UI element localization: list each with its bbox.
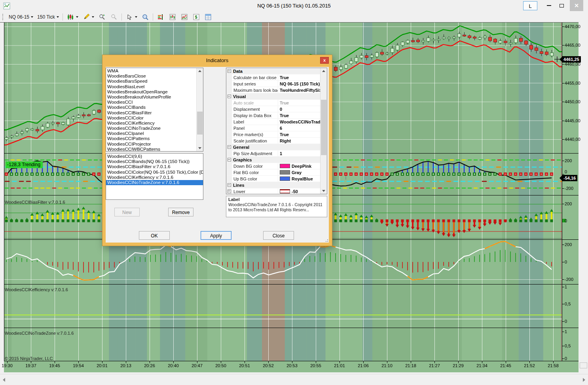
panel-scale-tick: 0 bbox=[565, 356, 567, 361]
draw-button[interactable] bbox=[80, 12, 96, 22]
expand-glyph[interactable]: + bbox=[228, 190, 231, 193]
collapse-glyph[interactable]: − bbox=[228, 183, 231, 187]
time-axis-tick: 20:52 bbox=[260, 363, 277, 368]
ok-button[interactable]: OK bbox=[139, 231, 170, 240]
data-grid-icon bbox=[204, 13, 212, 21]
new-button[interactable]: New bbox=[114, 208, 140, 216]
link-button[interactable]: L bbox=[523, 1, 537, 10]
available-indicator-item[interactable]: WoodiesCCIProjector bbox=[106, 142, 197, 147]
property-category[interactable]: −Data bbox=[226, 68, 321, 74]
property-margin bbox=[226, 125, 232, 131]
property-row[interactable]: Price marker(s)True bbox=[226, 131, 321, 138]
instrument-selector[interactable]: NQ 06-15 bbox=[7, 13, 35, 21]
available-indicator-item[interactable]: WoodiesBiasLevel bbox=[106, 84, 197, 89]
available-indicator-item[interactable]: WoodiesCCIKefficiency bbox=[106, 121, 197, 126]
chart-zoom-button[interactable] bbox=[139, 12, 151, 22]
zoom-in-button[interactable]: + bbox=[96, 12, 108, 22]
collapse-glyph[interactable]: − bbox=[228, 158, 231, 161]
property-value-text: TwoHundredFiftySix bbox=[280, 88, 321, 93]
property-name: Panel bbox=[232, 125, 278, 131]
horizontal-scrollbar[interactable] bbox=[0, 374, 588, 385]
available-indicator-item[interactable]: WoodiesBreakoutVolumeProfile bbox=[106, 95, 197, 100]
property-category[interactable]: −Graphics bbox=[226, 157, 321, 163]
property-row[interactable]: Flat BG colorGray bbox=[226, 169, 321, 176]
property-row[interactable]: Calculate on bar closeTrue bbox=[226, 74, 321, 81]
chart-properties-button[interactable] bbox=[167, 12, 178, 22]
available-indicator-item[interactable]: WoodiesCCINoTradeZone bbox=[106, 126, 197, 131]
property-grid-scrollbar[interactable] bbox=[320, 68, 327, 194]
scroll-down-icon[interactable] bbox=[321, 188, 327, 194]
available-indicator-item[interactable]: WoodiesCCIpanel bbox=[106, 131, 197, 136]
scrollbar-thumb[interactable] bbox=[321, 100, 326, 155]
configured-indicator-item[interactable]: WoodiesCCIKefficiency v:7.0.1.6 bbox=[106, 175, 203, 180]
available-indicator-item[interactable]: WoodiesBarsSpeed bbox=[106, 79, 197, 84]
property-row[interactable]: Scale justificationRight bbox=[226, 138, 321, 144]
collapse-glyph[interactable]: − bbox=[228, 145, 231, 149]
indicators-button[interactable] bbox=[155, 12, 167, 22]
available-indicator-item[interactable]: WoodiesCCIBiasFilter bbox=[106, 110, 197, 116]
toolbar-grip[interactable] bbox=[2, 14, 4, 20]
scroll-up-icon[interactable] bbox=[197, 68, 203, 74]
data-grid-button[interactable] bbox=[202, 12, 214, 22]
dialog-close-button[interactable]: x bbox=[320, 57, 329, 64]
collapse-glyph[interactable]: − bbox=[228, 69, 231, 73]
configured-indicators-list[interactable]: WoodiesCCI(9,6)WoodiesCCIBands(NQ 06-15 … bbox=[106, 153, 203, 200]
available-indicator-item[interactable]: WoodiesBreakoutOpenRange bbox=[106, 89, 197, 95]
scrollbar-thumb[interactable] bbox=[197, 112, 203, 135]
market-analyzer-button[interactable] bbox=[178, 12, 190, 22]
property-category[interactable]: −General bbox=[226, 144, 321, 150]
time-axis-tick: 19:30 bbox=[0, 363, 15, 368]
property-name: Price marker(s) bbox=[232, 131, 278, 137]
available-indicator-item[interactable]: WoodiesCCIBands bbox=[106, 105, 197, 110]
property-category[interactable]: −Visual bbox=[226, 93, 321, 100]
configured-indicator-item[interactable]: WoodiesCCINoTradeZone v:7.0.1.6 bbox=[106, 180, 203, 185]
configured-indicator-item[interactable]: WoodiesCCI(9,6) bbox=[106, 154, 203, 159]
scroll-right-icon[interactable] bbox=[583, 378, 585, 382]
property-row[interactable]: Auto scaleTrue bbox=[226, 100, 321, 106]
interval-selector[interactable]: 150 Tick bbox=[35, 13, 61, 21]
available-indicators-list[interactable]: WMAWoodiesBarsCloseWoodiesBarsSpeedWoodi… bbox=[106, 68, 203, 152]
property-category[interactable]: −Lines bbox=[226, 182, 321, 188]
property-row[interactable]: Input seriesNQ 06-15 (150 Tick) bbox=[226, 81, 321, 87]
property-row[interactable]: Display in Data BoxTrue bbox=[226, 112, 321, 119]
property-row[interactable]: LabelWoodiesCCINoTradeZone bbox=[226, 119, 321, 125]
apply-button[interactable]: Apply bbox=[201, 231, 231, 240]
chevron-down-icon bbox=[76, 16, 78, 18]
configured-indicator-item[interactable]: WoodiesCCIColor(NQ 06-15 (150 Tick),Colo… bbox=[106, 170, 203, 175]
available-indicator-item[interactable]: WoodiesCCIColor bbox=[106, 116, 197, 121]
property-grid[interactable]: −DataCalculate on bar closeTrueInput ser… bbox=[226, 68, 327, 194]
zoom-out-button[interactable] bbox=[108, 12, 120, 22]
property-row[interactable]: Panel6 bbox=[226, 125, 321, 131]
resize-grip[interactable] bbox=[324, 238, 328, 242]
remove-button[interactable]: Remove bbox=[168, 208, 193, 216]
scroll-up-icon[interactable] bbox=[321, 68, 327, 74]
available-indicator-item[interactable]: WMA bbox=[106, 68, 197, 74]
property-row[interactable]: Maximum bars look backTwoHundredFiftySix bbox=[226, 87, 321, 93]
property-row[interactable]: Displacement0 bbox=[226, 106, 321, 112]
property-row[interactable]: +Lower-50 bbox=[226, 188, 321, 194]
zoom-out-icon bbox=[110, 13, 118, 21]
dialog-close-action-button[interactable]: Close bbox=[263, 231, 294, 240]
available-indicator-item[interactable]: WoodiesBarsClose bbox=[106, 74, 197, 79]
category-margin: − bbox=[226, 93, 232, 99]
available-list-scrollbar[interactable] bbox=[196, 68, 203, 151]
property-row[interactable]: Pip Size Adjustment1 bbox=[226, 150, 321, 157]
cursor-button[interactable] bbox=[123, 12, 139, 22]
account-data-button[interactable]: $ bbox=[190, 12, 202, 22]
chart-style-button[interactable] bbox=[64, 12, 80, 22]
property-row[interactable]: Up BG colorRoyalBlue bbox=[226, 176, 321, 182]
property-row[interactable]: Down BG colorDeepPink bbox=[226, 163, 321, 169]
maximize-button[interactable] bbox=[556, 0, 567, 11]
dialog-titlebar[interactable]: Indicators bbox=[102, 55, 332, 67]
available-indicator-item[interactable]: WoodiesCCIWBCPatterns bbox=[106, 147, 197, 152]
property-value: True bbox=[278, 131, 321, 137]
close-button[interactable]: ✕ bbox=[570, 0, 583, 11]
scroll-down-icon[interactable] bbox=[197, 145, 203, 151]
configured-indicator-item[interactable]: WoodiesCCIBands(NQ 06-15 (150 Tick)) bbox=[106, 159, 203, 164]
collapse-glyph[interactable]: − bbox=[228, 95, 231, 98]
scroll-left-icon[interactable] bbox=[3, 378, 5, 382]
configured-indicator-item[interactable]: WoodiesCCIBiasFilter v:7.0.1.6 bbox=[106, 164, 203, 169]
available-indicator-item[interactable]: WoodiesCCIPatterns bbox=[106, 136, 197, 141]
available-indicator-item[interactable]: WoodiesCCI bbox=[106, 100, 197, 105]
minimize-button[interactable] bbox=[543, 0, 555, 11]
